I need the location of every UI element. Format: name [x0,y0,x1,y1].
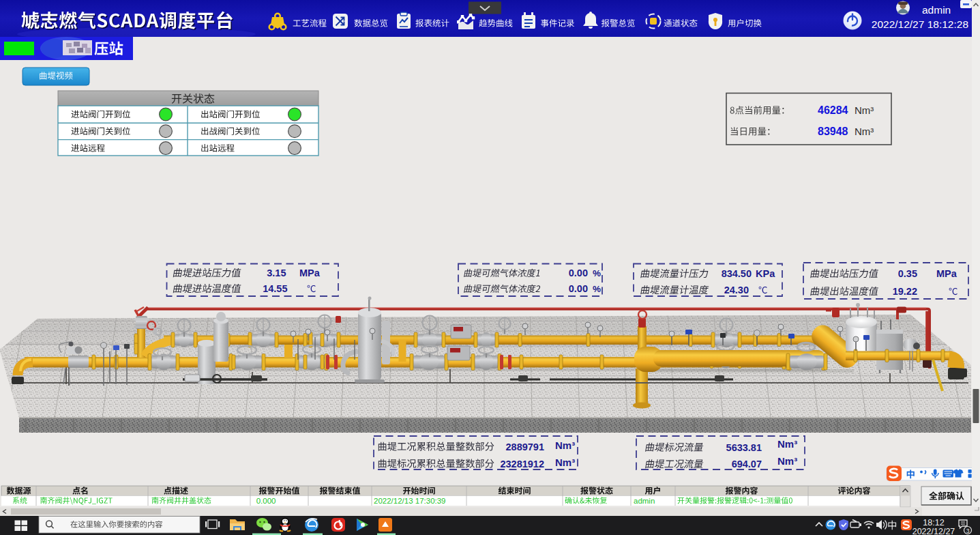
svg-text:24.30: 24.30 [724,285,749,295]
svg-text:0.000: 0.000 [256,497,276,505]
svg-text:2022/12/27 18:12:28: 2022/12/27 18:12:28 [872,18,968,30]
svg-text:MPa: MPa [936,268,957,279]
svg-text:Nm³: Nm³ [777,455,797,467]
svg-text:2022/12/27: 2022/12/27 [912,527,955,535]
svg-text:%: % [593,284,601,294]
svg-text:KPa: KPa [756,268,775,279]
svg-text:694.07: 694.07 [732,459,762,469]
svg-text:MPa: MPa [299,268,321,278]
svg-text:Nm³: Nm³ [855,104,874,116]
svg-text:Nm³: Nm³ [855,126,874,137]
svg-text:0.00: 0.00 [569,283,588,294]
svg-text:3.15: 3.15 [267,268,286,278]
svg-text:2022/12/13 17:30:39: 2022/12/13 17:30:39 [374,497,446,505]
svg-text:admin: admin [922,4,951,16]
svg-text:19.22: 19.22 [893,286,917,297]
svg-text:14.55: 14.55 [263,283,287,294]
svg-text:3: 3 [966,527,970,534]
svg-text:admin: admin [634,497,655,505]
svg-text:83948: 83948 [818,126,848,137]
svg-text:2889791: 2889791 [506,442,544,452]
svg-text:0.00: 0.00 [569,268,588,278]
svg-text:Nm³: Nm³ [555,457,575,468]
svg-text:0.35: 0.35 [898,268,917,279]
svg-text:46284: 46284 [818,104,848,116]
svg-text:%: % [593,268,601,278]
svg-text:Nm³: Nm³ [555,439,575,451]
svg-text:5633.81: 5633.81 [726,442,762,453]
svg-text:Nm³: Nm³ [777,438,797,450]
svg-text:834.50: 834.50 [722,268,752,279]
svg-text:23281912: 23281912 [500,459,544,469]
